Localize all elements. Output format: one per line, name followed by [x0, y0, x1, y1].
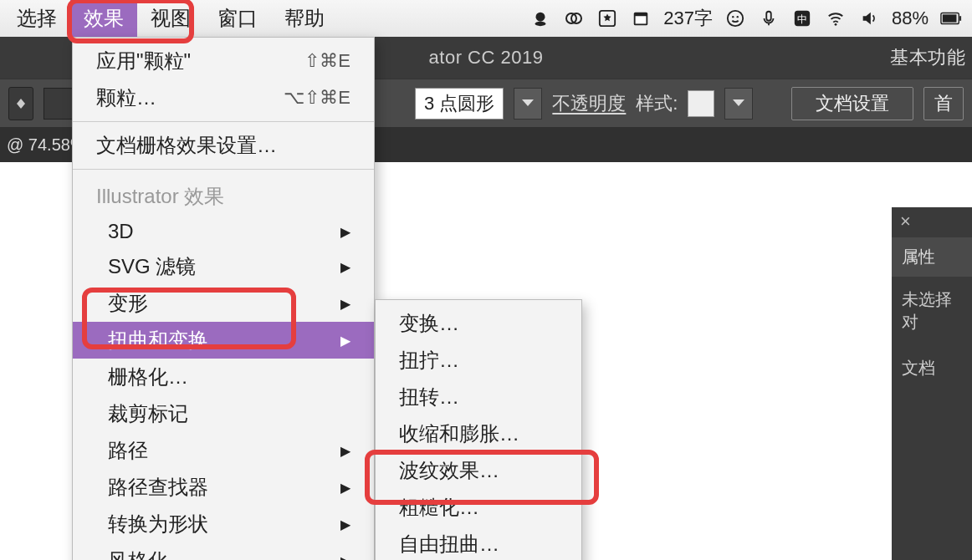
effect-convert-to-shape[interactable]: 转换为形状▶	[73, 506, 374, 542]
workspace-switcher[interactable]: 基本功能	[890, 45, 965, 70]
svg-rect-10	[766, 12, 771, 21]
svg-rect-16	[959, 16, 961, 21]
battery-percent: 88%	[892, 8, 929, 29]
volume-icon[interactable]	[858, 8, 880, 29]
properties-panel: × 属性 未选择对 文档	[892, 207, 972, 560]
effect-stylize[interactable]: 风格化▶	[73, 542, 374, 560]
svg-point-8	[732, 16, 734, 18]
face-icon[interactable]	[724, 8, 746, 29]
svg-point-13	[835, 23, 837, 26]
style-label: 样式:	[636, 91, 678, 116]
doc-setup-button[interactable]: 文档设置	[791, 87, 913, 120]
doc-section-label: 文档	[892, 345, 972, 391]
menu-help[interactable]: 帮助	[271, 0, 338, 37]
effect-menu: 应用"颗粒"⇧⌘E 颗粒…⌥⇧⌘E 文档栅格效果设置… Illustrator …	[72, 37, 375, 560]
effect-svg-filters[interactable]: SVG 滤镜▶	[73, 248, 374, 285]
effect-distort-transform[interactable]: 扭曲和变换▶	[73, 322, 374, 359]
svg-rect-6	[636, 16, 647, 23]
last-effect[interactable]: 颗粒…⌥⇧⌘E	[73, 79, 374, 116]
wifi-icon[interactable]	[825, 8, 847, 29]
svg-rect-15	[943, 14, 957, 22]
effect-3d[interactable]: 3D▶	[73, 215, 374, 248]
effect-path[interactable]: 路径▶	[73, 432, 374, 469]
star-box-icon[interactable]	[596, 8, 618, 29]
battery-icon[interactable]	[940, 8, 962, 29]
opacity-link[interactable]: 不透明度	[552, 91, 626, 116]
distort-transform-submenu: 变换… 扭拧… 扭转… 收缩和膨胀… 波纹效果… 粗糙化… 自由扭曲…	[375, 299, 582, 560]
menu-view[interactable]: 视图	[137, 0, 204, 37]
chevron-down-icon[interactable]	[724, 88, 753, 120]
effect-warp[interactable]: 变形▶	[73, 285, 374, 322]
calendar-icon[interactable]	[630, 8, 652, 29]
effect-pathfinder[interactable]: 路径查找器▶	[73, 469, 374, 506]
menu-effect[interactable]: 效果	[70, 0, 137, 37]
cc-icon[interactable]	[563, 8, 585, 29]
chevron-down-icon[interactable]	[514, 88, 542, 120]
close-icon[interactable]: ×	[900, 212, 911, 231]
effect-rasterize[interactable]: 栅格化…	[73, 359, 374, 395]
zigzag-item[interactable]: 波纹效果…	[376, 452, 581, 489]
app-title-text: ator CC 2019	[429, 47, 544, 69]
mic-icon[interactable]	[758, 8, 780, 29]
style-swatch[interactable]	[688, 90, 714, 117]
pucker-bloat-item[interactable]: 收缩和膨胀…	[376, 415, 581, 452]
apply-last-effect[interactable]: 应用"颗粒"⇧⌘E	[73, 43, 374, 79]
ime-icon[interactable]: 中	[791, 8, 813, 29]
qq-icon[interactable]	[529, 8, 551, 29]
twist-item[interactable]: 扭转…	[376, 379, 581, 415]
effect-crop-marks[interactable]: 裁剪标记	[73, 395, 374, 432]
illustrator-effects-header: Illustrator 效果	[73, 175, 374, 215]
svg-text:中: 中	[797, 13, 807, 25]
svg-point-7	[728, 11, 743, 26]
no-selection-label: 未选择对	[892, 277, 972, 345]
pucker-item[interactable]: 扭拧…	[376, 342, 581, 379]
stroke-profile-dropdown[interactable]: 3 点圆形	[415, 88, 504, 120]
prefs-button[interactable]: 首	[923, 87, 964, 120]
menubar: 选择 效果 视图 窗口 帮助 237字 中 88%	[0, 0, 972, 37]
svg-point-0	[536, 13, 545, 22]
properties-tab[interactable]: 属性	[892, 237, 972, 277]
free-distort-item[interactable]: 自由扭曲…	[376, 526, 581, 560]
menu-window[interactable]: 窗口	[204, 0, 271, 37]
svg-point-1	[535, 22, 546, 26]
stepper[interactable]	[8, 87, 33, 120]
word-count: 237字	[663, 6, 713, 31]
doc-raster-settings[interactable]: 文档栅格效果设置…	[73, 127, 374, 164]
roughen-item[interactable]: 粗糙化…	[376, 489, 581, 526]
transform-item[interactable]: 变换…	[376, 305, 581, 342]
menubar-status: 237字 中 88%	[529, 6, 969, 31]
svg-point-9	[737, 16, 739, 18]
menu-select[interactable]: 选择	[3, 0, 70, 37]
